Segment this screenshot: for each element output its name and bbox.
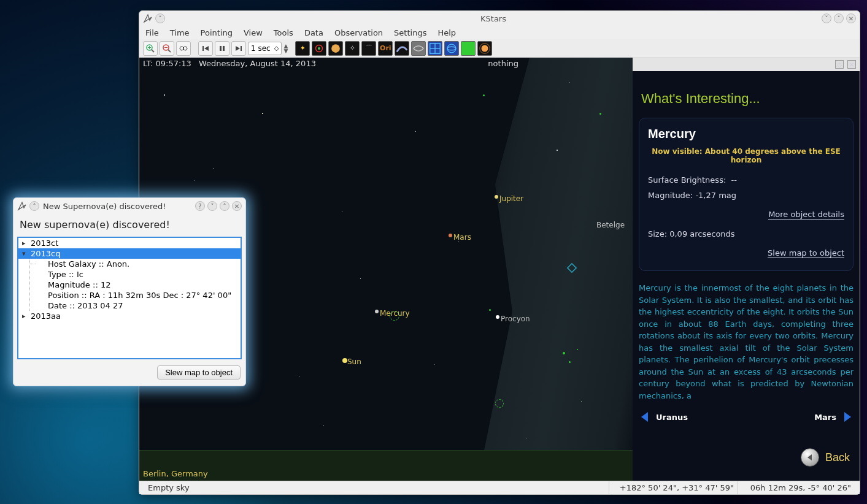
object-card: Mercury Now visible: About 40 degrees ab… [639, 118, 854, 271]
milkyway-band [461, 58, 633, 481]
svg-line-6 [168, 50, 171, 52]
maximize-button[interactable]: ˄ [834, 13, 844, 23]
tree-item-2013aa[interactable]: 2013aa [18, 311, 241, 321]
svg-rect-15 [241, 46, 242, 51]
focus-label: nothing [488, 59, 518, 68]
tree-detail[interactable]: Host Galaxy :: Anon. [38, 259, 241, 269]
status-message: Empty sky [144, 481, 609, 494]
tree-detail[interactable]: Type :: Ic [38, 269, 241, 280]
kstars-window: ˄ KStars ˅ ˄ ✕ File Time Pointing View T… [139, 10, 860, 495]
visibility-text: Now visible: About 40 degrees above the … [648, 147, 844, 164]
toggle-solarsystem-button[interactable] [328, 41, 343, 56]
tree-detail[interactable]: Date :: 2013 04 27 [38, 300, 241, 311]
svg-point-8 [180, 47, 183, 50]
back-button[interactable] [801, 448, 819, 467]
target-marker [390, 311, 399, 321]
time-pause-button[interactable] [215, 41, 229, 56]
bg-star [581, 401, 582, 402]
toggle-equatorial-grid-button[interactable] [411, 41, 426, 56]
bg-star [483, 94, 485, 96]
window-title: KStars [165, 14, 822, 23]
time-step-value: 1 sec [251, 44, 271, 53]
svg-point-24 [447, 47, 456, 50]
location-label: Berlin, Germany [143, 469, 208, 478]
close-button[interactable]: ✕ [846, 13, 856, 23]
toggle-flags-button[interactable] [461, 41, 476, 56]
star-procyon[interactable] [496, 315, 499, 319]
label-procyon: Procyon [501, 315, 530, 323]
menu-data[interactable]: Data [304, 28, 323, 37]
menu-file[interactable]: File [145, 28, 159, 37]
time-step-combo[interactable]: 1 sec ◇ [248, 42, 282, 55]
toggle-satellites-button[interactable] [477, 41, 492, 56]
diamond-marker [567, 263, 577, 273]
label-betelgeuse: Betelge [596, 221, 625, 229]
dialog-help-button[interactable]: ? [195, 201, 205, 211]
time-back-button[interactable] [198, 41, 213, 56]
supernova-tree[interactable]: 2013ct2013cqHost Galaxy :: Anon.Type :: … [17, 237, 242, 359]
prev-object-button[interactable] [639, 410, 652, 424]
label-jupiter: Jupiter [499, 194, 523, 203]
svg-rect-14 [223, 46, 225, 51]
bg-star [569, 361, 571, 363]
prev-object-label: Uranus [656, 413, 688, 422]
menu-tools[interactable]: Tools [274, 28, 293, 37]
planet-mars[interactable] [449, 234, 452, 237]
menu-pointing[interactable]: Pointing [201, 28, 233, 37]
brightness-row: Surface Brightness: -- [648, 175, 844, 185]
panel-close-button[interactable]: ✕ [847, 60, 856, 69]
zoom-out-button[interactable] [160, 41, 174, 56]
menu-time[interactable]: Time [170, 28, 190, 37]
dialog-title: New Supernova(e) discovered! [39, 202, 195, 211]
more-details-link[interactable]: More object details [768, 210, 844, 220]
toggle-clines-button[interactable]: ✧ [345, 41, 360, 56]
minimize-button[interactable]: ˅ [822, 13, 831, 23]
tree-detail[interactable]: Magnitude :: 12 [38, 280, 241, 290]
toggle-milkyway-button[interactable] [395, 41, 409, 56]
tree-item-2013ct[interactable]: 2013ct [18, 238, 241, 248]
panel-float-button[interactable]: ◇ [835, 60, 844, 69]
next-object-button[interactable] [840, 410, 854, 424]
svg-marker-0 [144, 15, 152, 22]
toggle-cnames-button[interactable]: ⌒ [361, 41, 376, 56]
dialog-titlebar[interactable]: ˄ New Supernova(e) discovered! ? ˅ ˄ ✕ [13, 198, 245, 214]
titlebar[interactable]: ˄ KStars ˅ ˄ ✕ [139, 11, 860, 26]
time-step-spinner[interactable]: ▲▼ [283, 44, 288, 53]
bg-star [526, 438, 526, 438]
local-time-label: LT: 09:57:13 [143, 59, 191, 68]
bg-star [489, 309, 491, 311]
supernova-dialog: ˄ New Supernova(e) discovered! ? ˅ ˄ ✕ N… [13, 197, 246, 386]
zoom-in-button[interactable] [143, 41, 158, 56]
dialog-shade-button[interactable]: ˄ [29, 201, 39, 211]
planet-sun[interactable] [342, 358, 347, 363]
bg-star [342, 211, 342, 212]
slew-to-object-link[interactable]: Slew map to object [768, 248, 844, 258]
planet-jupiter[interactable] [495, 195, 498, 199]
bg-star [577, 349, 578, 350]
toggle-ground-button[interactable] [444, 41, 459, 56]
svg-marker-28 [641, 412, 648, 422]
menu-view[interactable]: View [244, 28, 263, 37]
planet-mercury[interactable] [375, 310, 379, 313]
toggle-deepsky-button[interactable] [312, 41, 326, 56]
time-forward-button[interactable] [231, 41, 246, 56]
menu-observation[interactable]: Observation [334, 28, 383, 37]
toggle-stars-button[interactable]: ✦ [295, 41, 310, 56]
svg-line-2 [152, 50, 154, 52]
toolbar: 1 sec ◇ ▲▼ ✦ ✧ ⌒ Ori [139, 39, 860, 58]
tree-item-2013cq[interactable]: 2013cq [18, 248, 241, 259]
dialog-slew-button[interactable]: Slew map to object [157, 365, 241, 380]
toggle-horizontal-grid-button[interactable] [428, 41, 442, 56]
menu-settings[interactable]: Settings [394, 28, 426, 37]
bg-star [557, 150, 558, 151]
find-object-button[interactable] [176, 41, 191, 56]
svg-marker-31 [18, 202, 26, 210]
dialog-min-button[interactable]: ˅ [207, 201, 217, 211]
toggle-cbounds-button[interactable]: Ori [378, 41, 393, 56]
bg-star [599, 113, 601, 115]
shade-button[interactable]: ˄ [155, 13, 165, 23]
tree-detail[interactable]: Position :: RA : 11h 32m 30s Dec : 27° 4… [38, 290, 241, 300]
dialog-max-button[interactable]: ˄ [220, 201, 229, 211]
menu-help[interactable]: Help [437, 28, 456, 37]
dialog-close-button[interactable]: ✕ [232, 201, 242, 211]
